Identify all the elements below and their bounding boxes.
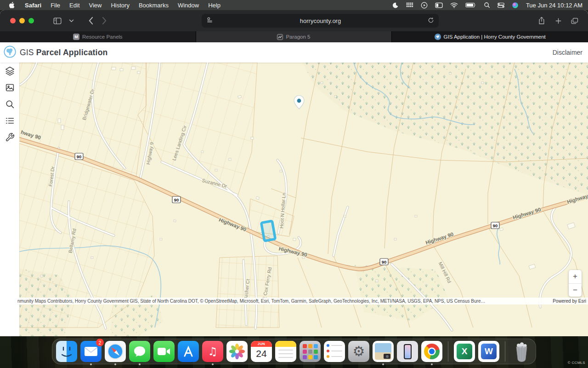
dock-iphone-mirroring-icon[interactable]: [397, 341, 418, 362]
zoom-window-button[interactable]: [28, 18, 34, 23]
dock-notes-icon[interactable]: [275, 341, 296, 362]
control-center-icon[interactable]: [498, 2, 504, 8]
dock-divider: [448, 341, 448, 362]
svg-text:90: 90: [382, 259, 387, 264]
dock-app-store-icon[interactable]: [178, 341, 199, 362]
dock-mail-icon[interactable]: 2: [80, 341, 102, 362]
dock-chrome-icon[interactable]: [421, 341, 442, 362]
svg-text:90: 90: [77, 154, 82, 159]
spotlight-search-icon[interactable]: [484, 2, 490, 8]
attribution-text: nmunity Maps Contributors, Horry County …: [17, 299, 546, 304]
back-button[interactable]: [84, 14, 97, 28]
dock: 2 ♫ JUN 24 ⚙ X W: [52, 339, 536, 364]
basemap-image-icon[interactable]: [5, 83, 15, 92]
menu-clock[interactable]: Tue Jun 24 10:12 AM: [526, 2, 582, 9]
layers-icon[interactable]: [5, 66, 15, 76]
share-icon[interactable]: [535, 14, 548, 28]
window-controls: [0, 18, 51, 23]
close-window-button[interactable]: [10, 18, 16, 23]
wifi-icon[interactable]: [450, 2, 458, 8]
page-format-icon[interactable]: [202, 17, 213, 24]
tab-label: Resource Panels: [82, 34, 123, 40]
browser-toolbar: horrycounty.org: [0, 10, 588, 31]
selected-parcel-highlight[interactable]: [261, 221, 276, 241]
dock-photo-booth-icon[interactable]: [373, 341, 394, 362]
dock-music-icon[interactable]: ♫: [202, 341, 223, 362]
gis-app-header: GIS Parcel Application Disclaimer: [0, 42, 588, 63]
sidebar-toggle-icon[interactable]: [51, 14, 64, 28]
dock-divider: [505, 341, 505, 362]
map-zoom-control: + −: [569, 270, 582, 297]
svg-text:90: 90: [493, 223, 498, 228]
gis-app-logo: [4, 46, 16, 60]
map-svg: Bridgewater Dr Highway 9 Lees Landing Ci…: [19, 63, 588, 336]
dock-finder-icon[interactable]: [56, 341, 77, 362]
dock-system-settings-icon[interactable]: ⚙: [348, 341, 369, 362]
minimize-window-button[interactable]: [19, 18, 25, 23]
tab-resource-panels[interactable]: M Resource Panels: [0, 31, 196, 42]
menu-item-help[interactable]: Help: [204, 0, 225, 10]
menu-item-window[interactable]: Window: [173, 0, 204, 10]
display-sidecar-icon[interactable]: [435, 2, 443, 8]
dock-safari-icon[interactable]: [105, 341, 126, 362]
keyboard-brightness-icon[interactable]: [406, 2, 413, 8]
menu-item-history[interactable]: History: [106, 0, 134, 10]
zoom-in-button[interactable]: +: [569, 270, 582, 284]
powered-by-esri: Powered by Esri: [546, 299, 588, 304]
map-tool-sidebar: [0, 63, 19, 336]
siri-icon[interactable]: [512, 2, 519, 9]
new-tab-icon[interactable]: [551, 14, 565, 28]
tab-label: GIS Application | Horry County Governmen…: [444, 34, 546, 40]
map-canvas[interactable]: Bridgewater Dr Highway 9 Lees Landing Ci…: [19, 63, 588, 336]
disclaimer-link[interactable]: Disclaimer: [553, 49, 582, 56]
tools-wrench-icon[interactable]: [5, 132, 15, 142]
reload-icon[interactable]: [428, 17, 439, 25]
map-attribution-bar: nmunity Maps Contributors, Horry County …: [17, 298, 588, 305]
menu-item-view[interactable]: View: [85, 0, 107, 10]
tab-gis-application[interactable]: GIS Application | Horry County Governmen…: [392, 31, 588, 42]
playback-icon[interactable]: [421, 2, 428, 9]
dock-photos-icon[interactable]: [226, 341, 248, 362]
search-icon[interactable]: [5, 99, 15, 109]
tab-overview-icon[interactable]: [568, 14, 582, 28]
menu-item-bookmarks[interactable]: Bookmarks: [134, 0, 173, 10]
tab-favicon-m: M: [73, 34, 79, 40]
tab-favicon-tree: [435, 34, 441, 40]
dock-launchpad-icon[interactable]: [300, 341, 321, 362]
menu-item-safari[interactable]: Safari: [20, 0, 46, 10]
mail-badge: 2: [96, 339, 104, 346]
calendar-month: JUN: [251, 341, 272, 347]
tab-paragon-5[interactable]: Paragon 5: [196, 31, 392, 42]
tab-bar: M Resource Panels Paragon 5 GIS Applicat…: [0, 31, 588, 42]
calendar-day: 24: [251, 347, 272, 361]
dock-reminders-icon[interactable]: [324, 341, 345, 362]
dock-messages-icon[interactable]: [129, 341, 150, 362]
url-text: horrycounty.org: [213, 17, 428, 24]
dock-word-icon[interactable]: W: [478, 341, 499, 362]
do-not-disturb-moon-icon[interactable]: [392, 2, 399, 9]
menu-bar: Safari File Edit View History Bookmarks …: [0, 0, 588, 10]
app-title: GIS Parcel Application: [20, 48, 107, 58]
menu-item-file[interactable]: File: [46, 0, 65, 10]
tab-favicon-chart: [277, 34, 283, 40]
address-bar[interactable]: horrycounty.org: [202, 14, 439, 28]
dock-excel-icon[interactable]: X: [454, 341, 475, 362]
legend-list-icon[interactable]: [5, 116, 15, 126]
zoom-out-button[interactable]: −: [569, 284, 582, 297]
forward-button[interactable]: [97, 14, 111, 28]
svg-text:90: 90: [174, 197, 179, 202]
battery-icon[interactable]: [465, 2, 476, 8]
dock-facetime-icon[interactable]: [153, 341, 175, 362]
apple-menu-icon[interactable]: [5, 0, 20, 10]
dock-calendar-icon[interactable]: JUN 24: [251, 341, 272, 362]
sidebar-chevron-icon[interactable]: [64, 14, 78, 28]
dock-trash-icon[interactable]: [511, 341, 532, 362]
safari-window: horrycounty.org M Resource Panels: [0, 10, 588, 336]
wallpaper-credit: © CCMLS: [568, 361, 585, 365]
tab-label: Paragon 5: [286, 34, 310, 40]
menu-item-edit[interactable]: Edit: [65, 0, 84, 10]
